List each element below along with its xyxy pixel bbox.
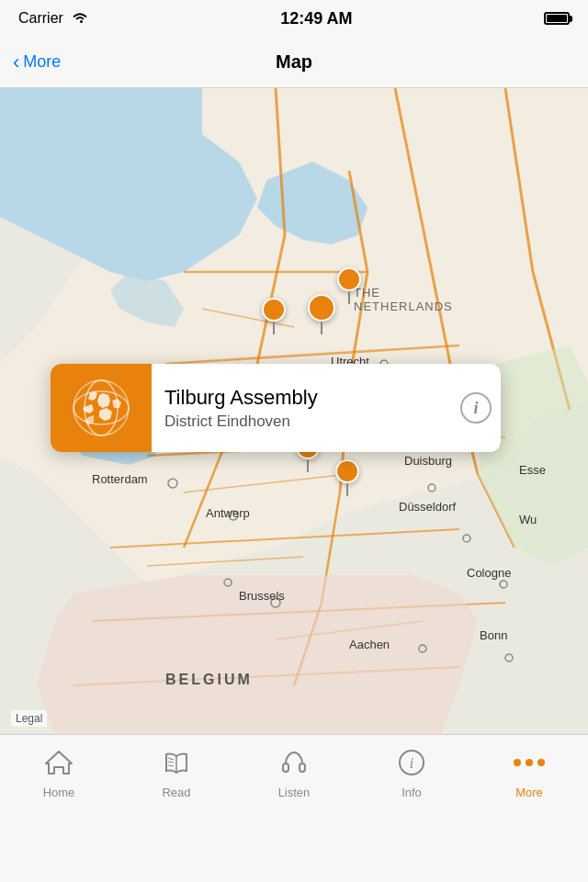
svg-rect-43 bbox=[300, 763, 305, 772]
callout-content: Tilburg Assembly District Eindhoven bbox=[152, 364, 451, 452]
home-icon bbox=[40, 744, 77, 781]
status-bar: Carrier 12:49 AM bbox=[0, 0, 588, 37]
svg-text:i: i bbox=[410, 755, 413, 771]
tab-bar: Home Read Listen bbox=[0, 734, 588, 882]
callout-info-button[interactable]: i bbox=[451, 364, 501, 452]
legal-label[interactable]: Legal bbox=[11, 710, 47, 727]
page-title: Map bbox=[276, 51, 312, 73]
tab-home[interactable]: Home bbox=[0, 744, 118, 799]
status-right bbox=[544, 12, 570, 25]
map-pin-5[interactable] bbox=[335, 459, 359, 496]
pin-head-tilburg bbox=[308, 294, 335, 322]
svg-rect-42 bbox=[283, 763, 288, 772]
status-time: 12:49 AM bbox=[280, 9, 352, 28]
listen-icon bbox=[276, 744, 312, 781]
pin-stem-5 bbox=[346, 483, 348, 496]
map-pin-1[interactable] bbox=[337, 267, 361, 304]
status-left: Carrier bbox=[18, 10, 89, 28]
tab-read-label: Read bbox=[162, 786, 190, 799]
tab-listen-label: Listen bbox=[278, 786, 311, 799]
wifi-icon bbox=[71, 10, 89, 28]
battery-icon bbox=[544, 12, 570, 25]
back-label: More bbox=[23, 52, 61, 72]
map-pin-2[interactable] bbox=[262, 298, 286, 334]
pin-stem-tilburg bbox=[321, 322, 322, 334]
more-icon bbox=[511, 744, 548, 781]
carrier-label: Carrier bbox=[18, 10, 63, 27]
tab-info-label: Info bbox=[401, 786, 422, 799]
pin-stem-1 bbox=[348, 291, 350, 304]
callout-subtitle: District Eindhoven bbox=[164, 413, 438, 431]
map-pin-tilburg[interactable] bbox=[308, 294, 335, 334]
tab-home-label: Home bbox=[43, 786, 75, 799]
map-container[interactable]: Rotterdam Utrecht Antwerp Brussels Aache… bbox=[0, 88, 588, 734]
pin-head-1 bbox=[337, 267, 361, 291]
tab-more[interactable]: More bbox=[470, 744, 588, 799]
nav-bar: ‹ More Map bbox=[0, 37, 588, 88]
read-icon bbox=[158, 744, 195, 781]
tab-read[interactable]: Read bbox=[118, 744, 235, 799]
back-button[interactable]: ‹ More bbox=[13, 52, 61, 73]
back-arrow-icon: ‹ bbox=[13, 52, 19, 73]
pin-head-5 bbox=[335, 459, 359, 483]
more-dots bbox=[514, 747, 545, 778]
tab-more-label: More bbox=[515, 786, 543, 799]
svg-point-38 bbox=[74, 380, 129, 435]
pin-stem-2 bbox=[273, 322, 275, 334]
map-callout[interactable]: Tilburg Assembly District Eindhoven i bbox=[51, 364, 501, 452]
tab-listen[interactable]: Listen bbox=[235, 744, 353, 799]
info-tab-icon: i bbox=[393, 744, 430, 781]
tab-info[interactable]: i Info bbox=[353, 744, 470, 799]
callout-icon bbox=[51, 364, 152, 452]
pin-stem-4 bbox=[307, 459, 309, 472]
pin-head-2 bbox=[262, 298, 286, 322]
info-circle-icon: i bbox=[460, 392, 492, 424]
callout-title: Tilburg Assembly bbox=[164, 386, 438, 410]
